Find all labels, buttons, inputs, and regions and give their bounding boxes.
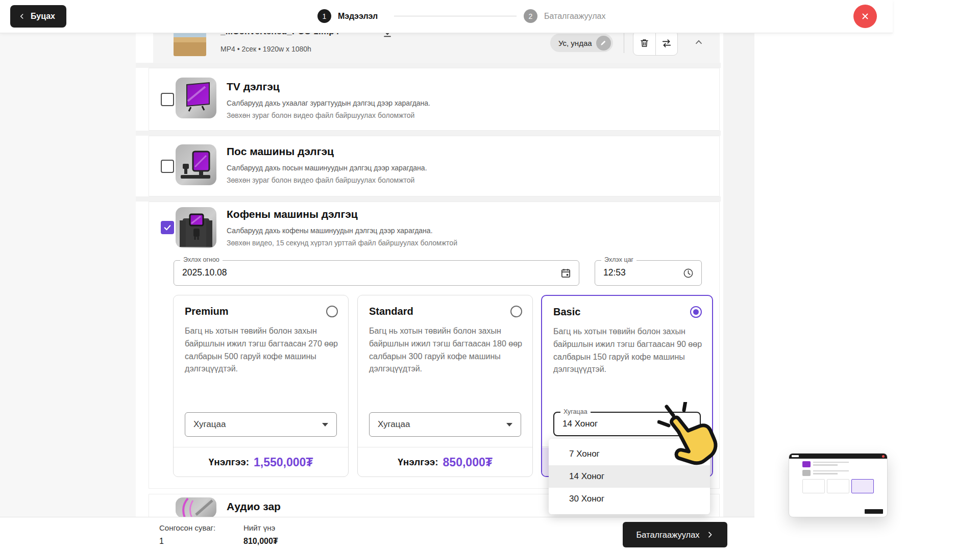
confirm-button[interactable]: Баталгаажуулах — [623, 522, 727, 547]
plan-radio-basic[interactable] — [690, 306, 702, 318]
mini-thumbnail — [802, 461, 811, 467]
header-bar: Буцах 1 Мэдээлэл 2 Баталгаажуулах — [0, 0, 893, 33]
pencil-icon — [600, 39, 607, 46]
mini-card-selected — [851, 479, 874, 493]
mini-text-lines — [813, 470, 849, 476]
file-meta: MP4 • 2сек • 980w x 551h — [220, 45, 311, 53]
step-1-label: Мэдээлэл — [338, 12, 378, 21]
card-divider — [358, 447, 532, 447]
selected-channel-value: 1 — [159, 537, 164, 546]
mini-row — [802, 470, 887, 476]
channel-title: TV дэлгэц — [227, 81, 280, 93]
page-background-left — [0, 33, 136, 551]
plan-name: Basic — [553, 306, 580, 318]
start-time-label: Эхлэх цаг — [601, 256, 636, 263]
edit-tag-button[interactable] — [596, 36, 611, 51]
plan-radio-standard[interactable] — [510, 306, 522, 317]
duration-select-premium[interactable]: Хугацаа — [185, 412, 337, 437]
channel-note: Зөвхөн зураг болон видео файл байршуулах… — [227, 111, 414, 119]
trash-icon — [639, 38, 650, 48]
total-price-value: 810,000₮ — [243, 537, 278, 546]
channel-title: Аудио зар — [227, 500, 281, 513]
mini-thumbnail — [802, 470, 811, 476]
step-2-circle: 2 — [524, 9, 537, 23]
plan-name: Premium — [185, 306, 229, 317]
channel-description: Салбарууд дахь посын машинуудын дэлгэц д… — [227, 164, 427, 172]
category-tag-label: Ус, ундаа — [558, 39, 592, 47]
footer-bar: Сонгосон суваг: 1 Нийт үнэ 810,000₮ Бата… — [0, 517, 754, 551]
channel-row-pos: Пос машины дэлгэц Салбарууд дахь посын м… — [149, 136, 720, 196]
minimized-preview-window[interactable] — [789, 453, 888, 517]
mini-card — [827, 479, 849, 493]
audio-ad-illustration — [176, 497, 216, 518]
tv-checkbox[interactable] — [161, 93, 174, 106]
mini-back-button — [792, 455, 799, 457]
caret-down-icon — [322, 423, 328, 427]
duration-option-30[interactable]: 30 Хоног — [549, 488, 710, 510]
channel-title: Кофены машины дэлгэц — [227, 208, 358, 220]
caret-down-icon — [506, 423, 512, 427]
price-label: Үнэлгээ: — [398, 457, 438, 468]
price-value: 1,550,000₮ — [254, 456, 313, 469]
app-root: _MConverter.eu_POS-1.mp4 MP4 • 2сек • 19… — [0, 0, 980, 551]
close-icon — [861, 12, 870, 21]
row-gap — [136, 196, 721, 202]
back-button[interactable]: Буцах — [10, 5, 66, 28]
plan-name: Standard — [369, 306, 413, 317]
mini-plan-cards — [802, 479, 887, 493]
start-time-value: 12:53 — [603, 267, 626, 278]
step-2-label: Баталгаажуулах — [544, 12, 605, 21]
chevron-left-icon — [18, 13, 26, 20]
mini-window-titlebar — [789, 454, 887, 459]
duration-select-standard[interactable]: Хугацаа — [369, 412, 521, 437]
plan-description: Багц нь хотын төвийн болон захын байршлы… — [369, 325, 522, 375]
price-value: 850,000₮ — [443, 456, 493, 469]
tv-screen-illustration — [176, 78, 216, 118]
plan-description: Багц нь хотын төвийн болон захын байршлы… — [185, 325, 338, 375]
chevron-right-icon — [706, 531, 714, 539]
duration-value: 14 Хоног — [562, 419, 598, 429]
coffee-machine-illustration — [176, 207, 216, 248]
pos-checkbox[interactable] — [161, 160, 174, 173]
swap-arrows-icon — [661, 38, 672, 49]
close-button[interactable] — [853, 5, 877, 28]
clock-icon[interactable] — [682, 267, 694, 279]
plan-radio-premium[interactable] — [326, 306, 338, 317]
card-divider — [174, 447, 348, 447]
channel-description: Салбарууд дахь кофены машинуудын дэлгэц … — [227, 227, 433, 235]
coffee-checkbox[interactable] — [161, 221, 174, 234]
step-1-circle: 1 — [317, 9, 331, 23]
plan-price-row: Үнэлгээ: 1,550,000₮ — [174, 448, 348, 477]
start-time-field[interactable]: Эхлэх цаг 12:53 — [595, 260, 702, 286]
back-button-label: Буцах — [31, 12, 55, 21]
duration-placeholder: Хугацаа — [193, 419, 226, 430]
calendar-icon[interactable] — [560, 267, 572, 279]
mini-close-dot — [882, 455, 885, 458]
delete-file-button[interactable] — [633, 31, 656, 55]
click-hand-cursor — [657, 402, 739, 480]
stepper-connector — [394, 16, 517, 16]
row-gap — [136, 63, 721, 68]
start-date-label: Эхлэх огноо — [180, 256, 223, 263]
duration-placeholder: Хугацаа — [378, 419, 410, 430]
plan-card-standard[interactable]: Standard Багц нь хотын төвийн болон захы… — [357, 295, 533, 477]
channel-row-tv: TV дэлгэц Салбарууд дахь ухаалаг зурагту… — [149, 68, 720, 131]
plan-card-premium[interactable]: Premium Багц нь хотын төвийн болон захын… — [173, 295, 349, 477]
category-tag[interactable]: Ус, ундаа — [550, 34, 613, 52]
row-gap — [136, 131, 721, 136]
check-icon — [163, 223, 172, 232]
mini-card — [802, 479, 825, 493]
file-actions-group — [633, 31, 678, 56]
channel-note: Зөвхөн видео, 15 секунд хүртэл урттай фа… — [227, 239, 457, 247]
channel-title: Пос машины дэлгэц — [227, 145, 334, 158]
mini-row — [802, 461, 887, 467]
start-date-field[interactable]: Эхлэх огноо 2025.10.08 — [174, 260, 579, 286]
toolbar-divider — [624, 33, 624, 53]
plan-description: Багц нь хотын төвийн болон захын байршлы… — [553, 325, 706, 376]
duration-label: Хугацаа — [560, 408, 591, 415]
replace-file-button[interactable] — [656, 31, 678, 55]
collapse-section-button[interactable] — [690, 34, 707, 51]
plan-price-row: Үнэлгээ: 850,000₮ — [358, 448, 532, 477]
channel-description: Салбарууд дахь ухаалаг зурагтуудын дэлгэ… — [227, 99, 430, 107]
mini-confirm-button — [865, 509, 883, 514]
